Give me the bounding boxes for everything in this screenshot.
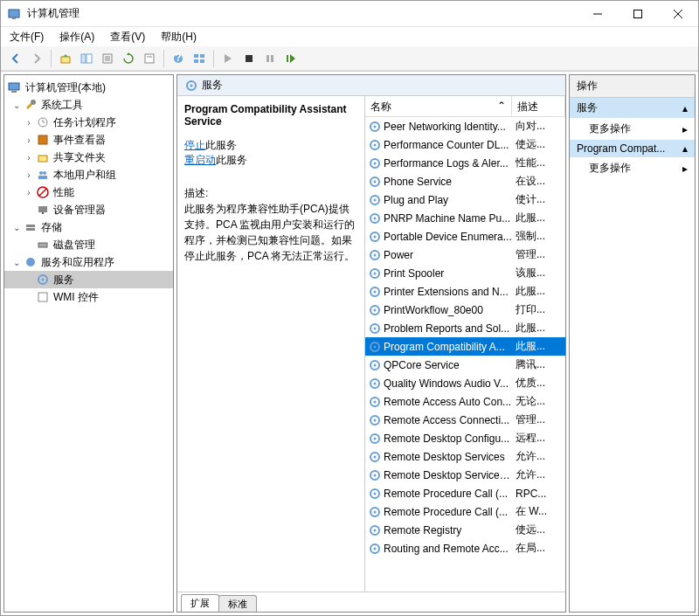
svg-rect-41 (26, 228, 35, 231)
list-item[interactable]: Problem Reports and Sol...此服... (365, 319, 565, 337)
list-item[interactable]: Quality Windows Audio V...优质... (365, 374, 565, 392)
tree-devmgr[interactable]: 设备管理器 (4, 201, 173, 218)
tab-extended[interactable]: 扩展 (181, 594, 219, 612)
pause-button[interactable] (260, 49, 280, 68)
list-item[interactable]: QPCore Service腾讯... (365, 356, 565, 374)
restart-button[interactable] (281, 49, 301, 68)
service-name: Remote Desktop Configu... (384, 433, 509, 445)
list-item[interactable]: Remote Access Connecti...管理... (365, 411, 565, 429)
properties-button[interactable] (140, 49, 159, 68)
service-name: Remote Access Connecti... (384, 414, 509, 426)
svg-rect-6 (61, 57, 70, 63)
list-item[interactable]: Print Spooler该服... (365, 264, 565, 282)
menu-file[interactable]: 文件(F) (6, 28, 47, 46)
tree-shared[interactable]: › 共享文件夹 (4, 149, 173, 166)
action-more-2[interactable]: 更多操作 ▸ (570, 157, 695, 179)
close-button[interactable] (658, 1, 698, 26)
tree-svcapps[interactable]: ⌄ 服务和应用程序 (4, 253, 173, 271)
tree-diskmgr[interactable]: 磁盘管理 (4, 236, 173, 253)
svg-rect-25 (9, 83, 19, 90)
list-item[interactable]: Remote Desktop Services允许... (365, 447, 565, 466)
list-item[interactable]: Portable Device Enumera...强制... (365, 227, 565, 246)
minimize-button[interactable] (578, 1, 618, 26)
svg-rect-23 (271, 55, 273, 62)
tree-users[interactable]: › 本地用户和组 (4, 166, 173, 183)
tree-systools[interactable]: ⌄ 系统工具 (4, 96, 173, 114)
restart-service-link[interactable]: 重启动 (184, 154, 216, 166)
back-button[interactable] (6, 49, 25, 68)
service-desc: 使远... (512, 137, 547, 152)
list-item[interactable]: Printer Extensions and N...此服... (365, 282, 565, 301)
action-more-1[interactable]: 更多操作 ▸ (570, 118, 695, 140)
chevron-right-icon[interactable]: › (24, 135, 34, 145)
service-desc: 此服... (512, 284, 547, 299)
tree-panel[interactable]: 计算机管理(本地) ⌄ 系统工具 › 任务计划程序 › 事件查看器 › 共享文件… (3, 74, 174, 613)
services-list[interactable]: 名称⌃ 描述 Peer Networking Identity...向对...P… (365, 96, 565, 592)
list-item[interactable]: Phone Service在设... (365, 172, 565, 190)
menu-action[interactable]: 操作(A) (56, 28, 98, 46)
thumbnails-button[interactable] (190, 49, 209, 68)
menu-view[interactable]: 查看(V) (107, 28, 149, 46)
list-item[interactable]: Remote Access Auto Con...无论... (365, 392, 565, 411)
forward-button[interactable] (27, 49, 46, 68)
chevron-right-icon[interactable]: › (24, 152, 34, 163)
chevron-down-icon[interactable]: ⌄ (11, 257, 22, 267)
desc-text: 此服务为程序兼容性助手(PCA)提供支持。PCA 监视由用户安装和运行的程序，并… (184, 201, 357, 264)
list-item[interactable]: PrintWorkflow_80e00打印... (365, 301, 565, 319)
list-item[interactable]: Remote Desktop Configu...远程... (365, 429, 565, 447)
maximize-button[interactable] (618, 1, 658, 26)
svg-rect-13 (145, 54, 154, 63)
col-name[interactable]: 名称⌃ (365, 96, 512, 116)
show-hide-button[interactable] (77, 49, 96, 68)
service-desc: 允许... (512, 449, 547, 464)
tree-storage[interactable]: ⌄ 存储 (4, 218, 173, 236)
list-item[interactable]: Power管理... (365, 246, 565, 264)
list-item[interactable]: Plug and Play使计... (365, 190, 565, 209)
tree-event[interactable]: › 事件查看器 (4, 131, 173, 149)
chevron-right-icon[interactable]: › (24, 117, 34, 128)
gear-icon (369, 286, 381, 298)
tree-root[interactable]: 计算机管理(本地) (4, 79, 173, 96)
svg-rect-32 (38, 156, 47, 162)
refresh-button[interactable] (119, 49, 138, 68)
stop-button[interactable] (239, 49, 259, 68)
list-item[interactable]: Remote Procedure Call (...在 W... (365, 502, 565, 521)
chevron-right-icon[interactable]: › (24, 187, 34, 197)
list-item[interactable]: Performance Counter DL...使远... (365, 135, 565, 154)
list-item[interactable]: Routing and Remote Acc...在局... (365, 539, 565, 557)
main-panel: 服务 Program Compatibility Assistant Servi… (176, 74, 566, 613)
help-button[interactable]: ? (169, 49, 188, 68)
col-desc[interactable]: 描述 (512, 96, 565, 116)
service-name: Remote Procedure Call (... (384, 506, 508, 518)
list-item[interactable]: PNRP Machine Name Pu...此服... (365, 209, 565, 227)
tree-services[interactable]: 服务 (4, 271, 173, 288)
chevron-down-icon[interactable]: ⌄ (11, 222, 22, 232)
export-button[interactable] (98, 49, 117, 68)
menu-help[interactable]: 帮助(H) (157, 28, 200, 46)
list-item[interactable]: Remote Registry使远... (365, 521, 565, 539)
list-item[interactable]: Performance Logs & Aler...性能... (365, 154, 565, 172)
svg-rect-42 (38, 243, 47, 247)
tab-standard[interactable]: 标准 (218, 595, 257, 613)
wmi-icon (36, 290, 50, 304)
tree-task[interactable]: › 任务计划程序 (4, 114, 173, 131)
svg-point-64 (374, 253, 377, 256)
list-item[interactable]: Remote Desktop Services...允许... (365, 466, 565, 484)
services-icon (36, 273, 50, 287)
list-item[interactable]: Program Compatibility A...此服... (365, 337, 565, 356)
gear-icon (369, 322, 381, 335)
action-band-selected[interactable]: Program Compat... ▴ (570, 140, 695, 157)
list-item[interactable]: Peer Networking Identity...向对... (365, 117, 565, 135)
stop-service-link[interactable]: 停止 (184, 139, 205, 151)
svg-rect-40 (26, 225, 35, 227)
start-button[interactable] (218, 49, 238, 68)
up-button[interactable] (56, 49, 75, 68)
action-band-services[interactable]: 服务 ▴ (570, 98, 695, 118)
tree-perf[interactable]: › 性能 (4, 183, 173, 201)
chevron-down-icon[interactable]: ⌄ (11, 100, 22, 110)
list-item[interactable]: Remote Procedure Call (...RPC... (365, 484, 565, 502)
service-name: Program Compatibility A... (384, 341, 505, 353)
tree-wmi[interactable]: WMI 控件 (4, 288, 173, 306)
svg-point-58 (374, 198, 377, 201)
chevron-right-icon[interactable]: › (24, 170, 34, 180)
